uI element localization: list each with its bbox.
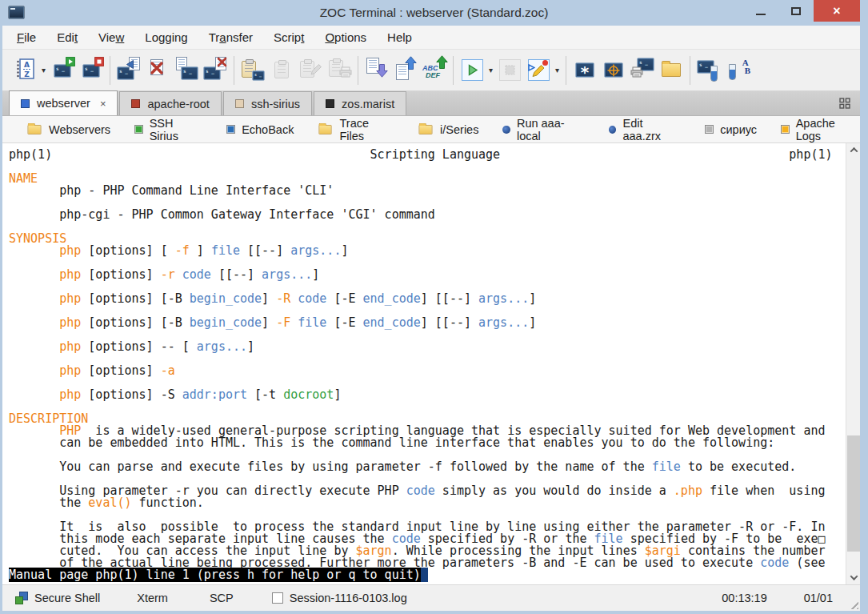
zoc-terminal-window: ZOC Terminal : webserver (Standard.zoc) … xyxy=(0,0,868,614)
print-clipboard-icon xyxy=(327,58,351,83)
quickbar-item-сириус[interactable]: сириус xyxy=(705,123,757,136)
minimize-button[interactable] xyxy=(743,0,778,22)
quickbar-item-trace-files[interactable]: Trace Files xyxy=(318,117,394,142)
quickbar-item-run-aaa-local[interactable]: Run aaa-local xyxy=(502,117,585,142)
chevron-up-icon xyxy=(850,147,858,155)
square-icon xyxy=(781,125,790,134)
tab-label: zos.marist xyxy=(342,98,394,110)
resize-grip[interactable] xyxy=(848,599,858,609)
capture-screen-button[interactable] xyxy=(599,53,628,88)
emulation-status[interactable]: Xterm xyxy=(137,592,168,604)
upload-file-button[interactable] xyxy=(391,53,420,88)
caption-buttons: × xyxy=(743,0,860,22)
edit-script-button[interactable] xyxy=(524,53,553,88)
terminal-text: php(1) Scripting Language php(1) NAME ph… xyxy=(9,149,839,581)
connect-session-button[interactable] xyxy=(48,53,77,88)
quickbar-item-edit-aaa-zrx[interactable]: Edit aaa.zrx xyxy=(609,117,681,142)
tab-close-icon[interactable]: × xyxy=(100,98,106,109)
menu-logging[interactable]: Logging xyxy=(137,27,195,47)
menu-script[interactable]: Script xyxy=(266,27,312,47)
edit-script-dropdown[interactable]: ▾ xyxy=(553,53,562,88)
maximize-icon xyxy=(791,7,801,15)
scroll-up-button[interactable] xyxy=(846,143,860,157)
session-doc-icon xyxy=(174,58,198,83)
terminal-cursor xyxy=(421,568,428,582)
terminal-line: php - PHP Command Line Interface 'CLI' xyxy=(9,185,839,197)
close-button[interactable]: × xyxy=(814,0,860,22)
tab-zos.marist[interactable]: zos.marist xyxy=(314,91,406,115)
disconnect-session-icon xyxy=(81,59,102,82)
quickbar-label: сириус xyxy=(720,123,757,136)
connection-label: Secure Shell xyxy=(34,592,100,604)
quickbar-item-ssh-sirius[interactable]: SSH Sirius xyxy=(134,117,202,142)
menu-help[interactable]: Help xyxy=(379,27,420,47)
toolbar-separator xyxy=(358,56,358,85)
tab-ssh-sirius[interactable]: ssh-sirius xyxy=(223,91,312,115)
run-script-icon xyxy=(462,59,483,81)
upload-file-icon xyxy=(394,58,418,83)
log-label: Session-1116-0103.log xyxy=(290,592,407,604)
tab-apache-root[interactable]: apache-root xyxy=(119,91,221,115)
menu-transfer[interactable]: Transfer xyxy=(201,27,261,47)
menu-view[interactable]: View xyxy=(90,27,132,47)
text-options-button[interactable]: AB xyxy=(723,53,752,88)
session-options-icon xyxy=(697,58,721,83)
connection-status[interactable]: Secure Shell xyxy=(15,592,100,604)
paste-icon xyxy=(271,58,292,82)
quickbar-label: SSH Sirius xyxy=(150,117,203,142)
run-script-dropdown[interactable]: ▾ xyxy=(486,53,495,88)
run-script-button[interactable] xyxy=(458,53,486,88)
session-type-icon xyxy=(235,99,244,108)
dot-icon xyxy=(609,126,617,134)
scroll-down-button[interactable] xyxy=(846,571,860,584)
protocol-status[interactable]: SCP xyxy=(210,592,234,604)
toolbar-separator xyxy=(234,56,234,85)
session-type-icon xyxy=(21,99,30,108)
terminal-area[interactable]: php(1) Scripting Language php(1) NAME ph… xyxy=(2,143,860,584)
scrollbar-thumb[interactable] xyxy=(847,435,860,552)
session-log-toggle[interactable]: Session-1116-0103.log xyxy=(272,592,407,604)
stop-script-icon xyxy=(499,59,521,81)
session-time: 00:13:19 xyxy=(722,592,766,604)
attach-session-doc-button[interactable] xyxy=(114,53,143,88)
session-doc-button[interactable] xyxy=(172,53,201,88)
folder-icon xyxy=(28,125,42,134)
terminal-line: php [options] [-B begin_code] -F file [-… xyxy=(9,317,839,329)
copy-screen-button[interactable] xyxy=(238,53,267,88)
terminal-line: You can parse and execute files by using… xyxy=(9,461,839,473)
close-session-doc-button[interactable] xyxy=(201,53,230,88)
menu-options[interactable]: Options xyxy=(317,27,374,47)
quickbar-item-apache-logs[interactable]: Apache Logs xyxy=(781,117,860,142)
quickbar-item-echoback[interactable]: EchoBack xyxy=(226,123,294,136)
close-document-button[interactable] xyxy=(143,53,172,88)
clear-screen-button[interactable]: * xyxy=(570,53,599,88)
download-file-button[interactable] xyxy=(362,53,391,88)
address-book-dropdown[interactable]: ▾ xyxy=(39,53,48,88)
maximize-button[interactable] xyxy=(778,0,814,22)
tab-bar: webserver×apache-rootssh-siriuszos.maris… xyxy=(2,91,860,116)
attach-session-doc-icon xyxy=(117,58,141,83)
quickbar-label: Run aaa-local xyxy=(517,117,585,142)
protocol-label: SCP xyxy=(210,592,234,604)
print-screen-button[interactable] xyxy=(628,53,657,88)
disconnect-session-button[interactable] xyxy=(77,53,106,88)
log-checkbox[interactable] xyxy=(272,592,283,604)
tab-overview-button[interactable] xyxy=(839,98,850,112)
quickbar-item-i-series[interactable]: i/Series xyxy=(418,123,478,136)
menu-file[interactable]: File xyxy=(9,27,44,47)
download-file-icon xyxy=(365,58,389,83)
send-text-button[interactable]: ABCDEF xyxy=(420,53,449,88)
tab-webserver[interactable]: webserver× xyxy=(9,90,118,115)
address-book-button[interactable]: AZ xyxy=(10,53,39,88)
edit-script-icon xyxy=(528,59,550,81)
toolbar-separator xyxy=(110,56,110,85)
menu-edit[interactable]: Edit xyxy=(49,27,86,47)
square-icon xyxy=(226,125,235,134)
terminal-line: php [options] -S addr:port [-t docroot] xyxy=(9,389,839,401)
session-options-button[interactable] xyxy=(694,53,723,88)
session-type-icon xyxy=(326,99,334,108)
terminal-line xyxy=(9,161,839,173)
vertical-scrollbar[interactable] xyxy=(846,143,860,584)
quickbar-item-webservers[interactable]: Webservers xyxy=(26,123,110,136)
open-folder-button[interactable] xyxy=(657,53,686,88)
